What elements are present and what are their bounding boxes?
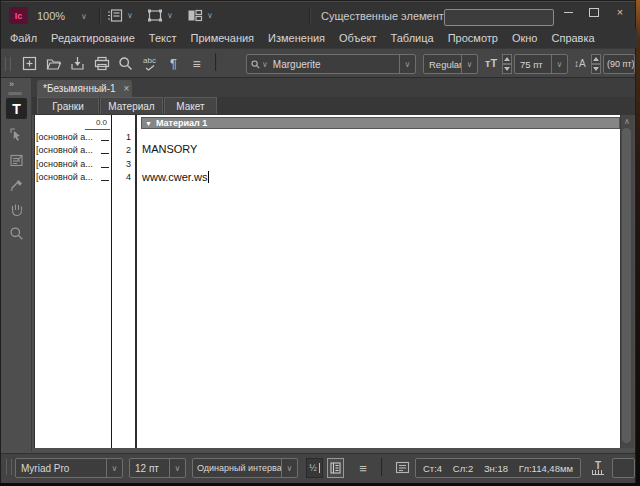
chevron-down-icon: ∨ (260, 60, 268, 69)
window-close-button[interactable]: × (609, 4, 631, 20)
toolbar-menu-button[interactable]: ≡ (188, 55, 205, 72)
status-font-family-combo[interactable]: Myriad Pro ∨ (15, 458, 123, 478)
font-size-combo[interactable]: 75 пт ∨ (514, 54, 568, 74)
separator (99, 7, 101, 25)
status-font-size-combo[interactable]: 12 пт ∨ (129, 458, 186, 478)
menu-object[interactable]: Объект (332, 29, 383, 48)
triangle-up-icon (593, 57, 599, 61)
leading-field[interactable]: (90 пт) (603, 54, 635, 74)
statusbar-grip[interactable] (6, 459, 12, 475)
menu-changes[interactable]: Изменения (261, 29, 332, 48)
stepper-down-button[interactable] (591, 64, 601, 74)
menu-window[interactable]: Окно (505, 29, 545, 48)
screen-mode-dropdown[interactable]: ∨ (147, 8, 173, 23)
chevron-down-icon: ∨ (112, 464, 118, 473)
ruler-tick (101, 140, 109, 141)
statusbar-menu-button[interactable]: ≡ (353, 458, 373, 478)
save-content-button[interactable] (69, 55, 86, 72)
font-family-combo[interactable]: ∨ Marguerite ∨ (246, 54, 416, 74)
zoom-level-value[interactable]: 100% (37, 2, 65, 30)
tab-story[interactable]: Материал (100, 97, 163, 114)
font-style-combo[interactable]: Regular ∨ (423, 54, 478, 74)
font-size-icon: тT (485, 48, 497, 78)
ruler-tick (101, 153, 109, 154)
line-number: 2 (112, 145, 131, 155)
zoom-tool-button[interactable] (7, 224, 25, 242)
search-input[interactable] (445, 13, 553, 28)
row-style-label[interactable]: [основной а... (36, 132, 100, 142)
window-minimize-button[interactable] (557, 4, 579, 20)
line-spacing-dropdown[interactable]: ∨ (281, 459, 297, 477)
arrange-documents-dropdown[interactable]: ∨ (187, 8, 213, 23)
depth-ruler-line (85, 129, 110, 130)
toolbar-grip[interactable] (5, 57, 11, 71)
line-numbers-toggle[interactable]: ½ (306, 458, 323, 478)
ruler-tick (101, 180, 109, 181)
story-text-line[interactable]: MANSORY (142, 143, 197, 155)
text-frame-icon (395, 461, 410, 474)
font-family-dropdown-button[interactable]: ∨ (399, 55, 415, 73)
document-tab[interactable]: *Безымянный-1 × (37, 80, 132, 97)
search-icon (118, 56, 133, 71)
scroll-up-icon[interactable]: ∧ (620, 115, 634, 127)
menu-edit[interactable]: Редактирование (44, 29, 142, 48)
tool-panel-grip[interactable] (8, 92, 22, 95)
position-tool-button[interactable] (7, 125, 25, 143)
menu-view[interactable]: Просмотр (441, 29, 505, 48)
window-maximize-button[interactable] (583, 4, 605, 20)
chevron-down-icon: ∨ (81, 12, 87, 21)
show-hidden-characters-button[interactable]: ¶ (165, 55, 182, 72)
stat-characters: Зн:18 (484, 463, 508, 474)
spellcheck-button[interactable]: abc (141, 55, 158, 72)
leading-stepper[interactable] (591, 54, 601, 74)
story-editor-area[interactable] (137, 115, 620, 448)
menu-file[interactable]: Файл (3, 29, 44, 48)
font-style-dropdown-button[interactable]: ∨ (461, 55, 477, 73)
line-numbers-icon: ½ (309, 463, 320, 473)
hand-tool-button[interactable] (7, 200, 25, 218)
note-tool-button[interactable] (7, 151, 25, 169)
view-options-dropdown[interactable]: ∨ (107, 8, 133, 23)
status-font-family-value: Myriad Pro (16, 463, 106, 474)
status-font-size-dropdown[interactable]: ∨ (169, 459, 185, 477)
eyedropper-tool-button[interactable] (7, 176, 25, 194)
stepper-down-button[interactable] (502, 64, 512, 74)
stepper-up-button[interactable] (591, 54, 601, 64)
workspace-switcher-label[interactable]: Существенные элементы (321, 2, 452, 30)
accurate-line-endings-toggle[interactable] (327, 458, 344, 478)
open-document-button[interactable] (45, 55, 62, 72)
menu-notes[interactable]: Примечания (184, 29, 262, 48)
depth-value-field[interactable] (612, 458, 635, 478)
collapse-triangle-icon[interactable]: ▼ (145, 120, 152, 127)
scrollbar-thumb[interactable] (622, 128, 631, 443)
find-button[interactable] (117, 55, 134, 72)
tab-layout[interactable]: Макет (164, 97, 217, 114)
type-tool-button[interactable]: T (6, 98, 27, 119)
menu-table[interactable]: Таблица (384, 29, 441, 48)
row-style-label[interactable]: [основной а... (36, 159, 100, 169)
tab-galley[interactable]: Гранки (37, 97, 99, 114)
new-document-button[interactable] (21, 55, 38, 72)
story-text-line[interactable]: www.cwer.ws (142, 171, 209, 183)
line-spacing-combo[interactable]: Одинарный интервал ∨ (192, 458, 298, 478)
row-style-label[interactable]: [основной а... (36, 172, 100, 182)
story-header-bar[interactable]: ▼ Материал 1 (141, 117, 620, 129)
zoom-level-dropdown[interactable]: ∨ (81, 2, 87, 30)
row-style-label[interactable]: [основной а... (36, 145, 100, 155)
status-font-family-dropdown[interactable]: ∨ (106, 459, 122, 477)
stepper-up-button[interactable] (502, 54, 512, 64)
workspace-switcher-dropdown[interactable]: ∨ (425, 2, 431, 30)
menu-help[interactable]: Справка (544, 29, 601, 48)
print-button[interactable] (93, 55, 110, 72)
font-size-stepper[interactable] (502, 54, 512, 74)
tab-close-icon[interactable]: × (124, 83, 130, 94)
hamburger-icon: ≡ (192, 56, 200, 72)
panel-expand-icon[interactable]: » (9, 79, 14, 89)
status-font-size-value: 12 пт (130, 463, 169, 474)
line-number: 4 (112, 172, 131, 182)
chevron-down-icon: ∨ (405, 60, 411, 69)
font-size-dropdown-button[interactable]: ∨ (551, 55, 567, 73)
text-cursor (208, 171, 209, 183)
document-tab-title: *Безымянный-1 (43, 83, 116, 94)
menu-type[interactable]: Текст (142, 29, 184, 48)
